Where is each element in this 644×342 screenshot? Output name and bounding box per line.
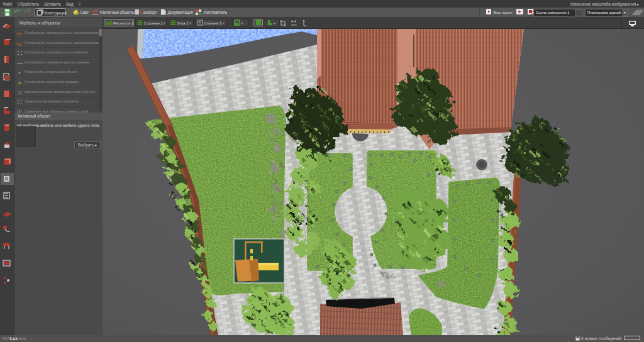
svg-text:mm: mm: [291, 23, 296, 26]
